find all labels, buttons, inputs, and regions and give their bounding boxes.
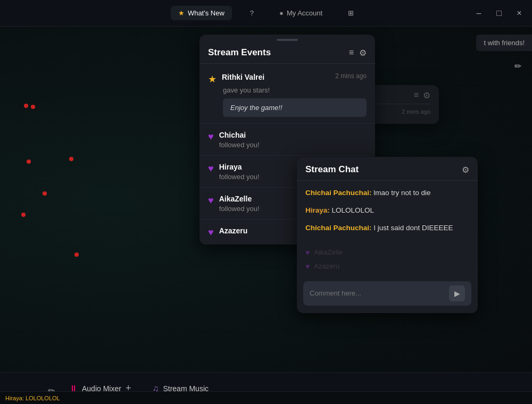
- event-name-aikazelle: AikaZelle: [219, 195, 252, 203]
- chat-msg-2: Chichai Pachuchai: I just said dont DIEE…: [305, 223, 469, 233]
- chat-messages: Chichai Pachuchai: lmao try not to die H…: [297, 181, 478, 248]
- friends-banner-text: t with friends!: [484, 39, 525, 47]
- help-label: ?: [250, 9, 254, 17]
- bg-filter-icon: ≡: [414, 90, 419, 100]
- chat-sender-1: Hiraya:: [305, 206, 332, 214]
- chat-header: Stream Chat ⚙: [297, 157, 478, 181]
- chat-text-1: LOLOLOLOL: [332, 206, 375, 214]
- minimize-button[interactable]: –: [471, 6, 486, 21]
- chat-faded-azazeru: ♥ Azazeru: [305, 262, 469, 271]
- event-content-chichai: Chichai followed you!: [219, 130, 367, 149]
- chat-title: Stream Chat: [305, 164, 359, 175]
- event-action-chichai: followed you!: [219, 141, 367, 149]
- faded-name-2: Azazeru: [314, 262, 339, 270]
- friends-banner: t with friends!: [476, 35, 532, 51]
- chat-settings-icon[interactable]: ⚙: [462, 165, 469, 175]
- faded-heart-2: ♥: [305, 262, 310, 271]
- faded-name-1: AikaZelle: [314, 248, 342, 256]
- chat-faded-area: ♥ AikaZelle ♥ Azazeru: [297, 248, 478, 271]
- panel-divider: [200, 63, 375, 64]
- heart-event-icon-hiraya: ♥: [208, 163, 214, 174]
- chat-input-area: ▶: [297, 276, 478, 313]
- stream-events-header-icons: ≡ ⚙: [349, 48, 367, 58]
- event-name-hiraya: Hiraya: [219, 163, 242, 171]
- red-dot: [69, 157, 73, 161]
- stream-events-title: Stream Events: [208, 47, 271, 58]
- heart-event-icon-chichai: ♥: [208, 131, 214, 142]
- event-message-rithki: Enjoy the game!!: [223, 98, 367, 117]
- red-dot: [24, 104, 28, 108]
- event-name-azazeru: Azazeru: [219, 226, 248, 235]
- star-icon: ★: [178, 9, 185, 17]
- stream-chat-panel: Stream Chat ⚙ Chichai Pachuchai: lmao tr…: [297, 157, 478, 313]
- window-controls: – □ ×: [471, 6, 527, 21]
- chat-sender-2: Chichai Pachuchai:: [305, 224, 373, 232]
- heart-event-icon-aikazelle: ♥: [208, 195, 214, 206]
- drag-handle: [277, 39, 298, 41]
- my-account-label: My Account: [287, 9, 322, 17]
- faded-heart-1: ♥: [305, 248, 310, 257]
- bg-event-time: 2 mins ago: [402, 108, 430, 115]
- event-name-rithki: Rithki Valrei: [222, 73, 264, 81]
- close-button[interactable]: ×: [512, 6, 527, 21]
- my-account-tab[interactable]: ● My Account: [272, 6, 330, 20]
- bg-panel-icons: ≡ ⚙: [414, 90, 430, 100]
- top-bar: ★ What's New ? ● My Account ⊞ – □ ×: [0, 0, 532, 27]
- heart-event-icon-azazeru: ♥: [208, 227, 214, 238]
- event-content-rithki: Rithki Valrei: [222, 72, 330, 82]
- bottom-ticker: Hiraya: LOLOLOLOL: [0, 391, 532, 404]
- event-action-rithki: gave you stars!: [223, 86, 367, 94]
- chat-faded-aikazelle: ♥ AikaZelle: [305, 248, 469, 257]
- filter-icon[interactable]: ≡: [349, 48, 354, 57]
- event-time-rithki: 2 mins ago: [335, 72, 367, 80]
- red-dot: [27, 159, 31, 164]
- account-icon: ●: [279, 9, 284, 17]
- chat-msg-0: Chichai Pachuchai: lmao try not to die: [305, 188, 469, 198]
- chat-input-row: ▶: [303, 281, 471, 306]
- chat-text-0: lmao try not to die: [373, 189, 430, 197]
- whats-new-label: What's New: [188, 9, 225, 17]
- grid-tab[interactable]: ⊞: [340, 6, 361, 20]
- red-dot: [31, 105, 35, 109]
- right-edit-icon[interactable]: ✏: [514, 61, 521, 71]
- stream-events-header: Stream Events ≡ ⚙: [200, 43, 375, 63]
- red-dot: [43, 191, 47, 196]
- maximize-button[interactable]: □: [492, 6, 506, 21]
- star-event-icon: ★: [208, 73, 217, 85]
- ticker-text: Hiraya: LOLOLOLOL: [5, 395, 60, 401]
- chat-msg-1: Hiraya: LOLOLOLOL: [305, 206, 469, 216]
- red-dot: [74, 252, 79, 257]
- chat-input[interactable]: [310, 289, 445, 297]
- chat-send-button[interactable]: ▶: [449, 285, 465, 301]
- chat-sender-0: Chichai Pachuchai:: [305, 189, 373, 197]
- event-item-rithki: ★ Rithki Valrei 2 mins ago gave you star…: [200, 66, 375, 124]
- event-item-chichai: ♥ Chichai followed you!: [200, 124, 375, 156]
- bg-settings-icon: ⚙: [423, 90, 430, 100]
- help-tab[interactable]: ?: [243, 6, 261, 20]
- chat-text-2: I just said dont DIEEEEE: [373, 224, 453, 232]
- red-dot: [21, 213, 26, 217]
- stream-events-settings-icon[interactable]: ⚙: [359, 48, 367, 58]
- grid-icon: ⊞: [348, 9, 354, 17]
- whats-new-tab[interactable]: ★ What's New: [171, 6, 232, 20]
- event-name-chichai: Chichai: [219, 131, 246, 139]
